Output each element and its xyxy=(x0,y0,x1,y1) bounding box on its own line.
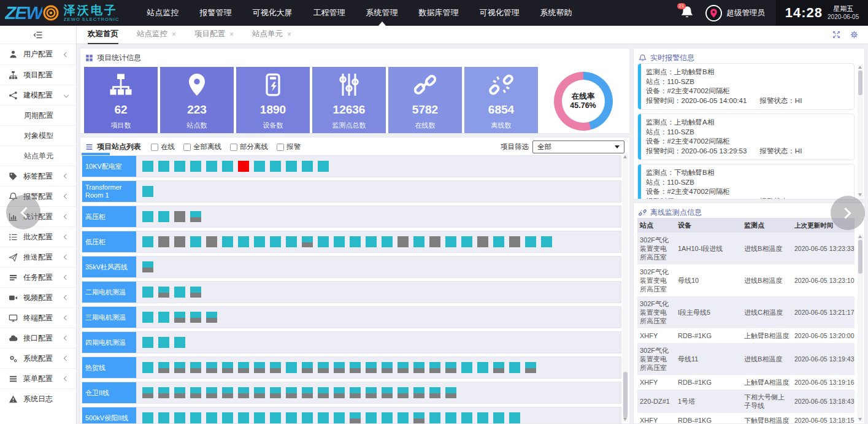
stat-card-2[interactable]: 1890 设备数 xyxy=(236,67,310,134)
sidebar-item-6[interactable]: 批次配置 xyxy=(0,226,76,247)
site-status-square[interactable] xyxy=(174,337,185,348)
site-status-square[interactable] xyxy=(382,362,393,373)
alarm-card[interactable]: 监测点：上动触臂A相 站点：110-SZB设备：#2主变47002间隔柜 报警时… xyxy=(637,114,855,160)
site-status-square[interactable] xyxy=(477,236,488,247)
filter-checkbox-2[interactable]: 部分离线 xyxy=(230,142,268,152)
site-status-square[interactable] xyxy=(318,236,329,247)
site-status-square[interactable] xyxy=(413,362,424,373)
site-status-square[interactable] xyxy=(318,362,329,373)
site-row-label[interactable]: Transformer Room 1 xyxy=(82,181,136,202)
site-status-square[interactable] xyxy=(254,362,265,373)
site-status-square[interactable] xyxy=(382,387,393,398)
site-status-square[interactable] xyxy=(158,337,169,348)
site-status-square[interactable] xyxy=(302,236,313,247)
sidebar-item-14[interactable]: 系统日志 xyxy=(0,388,76,409)
site-status-square[interactable] xyxy=(509,412,520,423)
site-status-square[interactable] xyxy=(429,236,440,247)
nav-item-7[interactable]: 系统帮助 xyxy=(530,0,583,26)
filter-checkbox-0[interactable]: 在线 xyxy=(151,142,175,152)
site-status-square[interactable] xyxy=(142,186,153,197)
site-status-square[interactable] xyxy=(366,362,377,373)
sidebar-item-1[interactable]: 项目配置 xyxy=(0,64,76,85)
site-status-square[interactable] xyxy=(206,412,217,423)
project-filter-select[interactable]: 全部 xyxy=(532,141,624,153)
notification-bell-icon[interactable]: 21 xyxy=(680,5,696,21)
site-status-square[interactable] xyxy=(509,362,520,373)
site-status-square[interactable] xyxy=(238,161,249,172)
site-status-square[interactable] xyxy=(286,412,297,423)
checkbox-icon[interactable] xyxy=(277,144,284,151)
site-status-square[interactable] xyxy=(509,236,520,247)
user-avatar[interactable] xyxy=(705,5,722,21)
offline-table-row[interactable]: XHFY RDB-#1KG 上触臂A相温度 2020-06-05 13:19:1… xyxy=(637,375,855,390)
site-status-square[interactable] xyxy=(445,236,456,247)
site-status-square[interactable] xyxy=(142,362,153,373)
site-status-square[interactable] xyxy=(190,412,201,423)
site-status-square[interactable] xyxy=(142,261,153,272)
site-status-square[interactable] xyxy=(461,236,472,247)
user-name[interactable]: 超级管理员 xyxy=(727,8,766,18)
site-status-square[interactable] xyxy=(461,362,472,373)
site-status-square[interactable] xyxy=(190,161,201,172)
site-status-square[interactable] xyxy=(190,236,201,247)
tab-close-icon[interactable]: × xyxy=(172,30,176,39)
site-status-square[interactable] xyxy=(142,312,153,323)
site-status-square[interactable] xyxy=(254,412,265,423)
site-status-square[interactable] xyxy=(350,362,361,373)
site-row-label[interactable]: 500kV侯阳II线 xyxy=(82,407,136,423)
site-status-square[interactable] xyxy=(334,412,345,423)
site-status-square[interactable] xyxy=(270,362,281,373)
site-status-square[interactable] xyxy=(190,312,201,323)
sidebar-collapse-button[interactable] xyxy=(0,26,76,44)
site-status-square[interactable] xyxy=(334,387,345,398)
site-status-square[interactable] xyxy=(413,236,424,247)
site-status-square[interactable] xyxy=(493,412,504,423)
site-status-square[interactable] xyxy=(382,412,393,423)
settings-gear-icon[interactable] xyxy=(850,31,858,39)
sidebar-item-10[interactable]: 终端配置 xyxy=(0,307,76,328)
checkbox-icon[interactable] xyxy=(183,144,191,151)
site-list-scrollbar[interactable] xyxy=(623,154,628,422)
site-status-square[interactable] xyxy=(222,236,233,247)
sidebar-item-3[interactable]: 标签配置 xyxy=(0,166,76,186)
stat-card-4[interactable]: 5782 在线数 xyxy=(388,67,462,134)
site-status-square[interactable] xyxy=(158,362,169,373)
site-status-square[interactable] xyxy=(270,387,281,398)
offline-table-row[interactable]: 220-DZ#1 1号塔 下相大号侧上子导线 2020-06-05 13:18:… xyxy=(637,390,855,413)
site-status-square[interactable] xyxy=(413,387,424,398)
nav-item-6[interactable]: 可视化管理 xyxy=(469,0,530,26)
offline-table-row[interactable]: XHFY RDB-#1KG 上触臂B相温度 2020-06-05 13:20:0… xyxy=(637,328,855,343)
site-status-square[interactable] xyxy=(286,161,297,172)
carousel-prev-button[interactable] xyxy=(6,195,40,229)
site-status-square[interactable] xyxy=(445,412,456,423)
site-status-square[interactable] xyxy=(174,362,185,373)
alarm-card[interactable]: 监测点：上动触臂B相 站点：110-SZB设备：#2主变47002间隔柜 报警时… xyxy=(637,63,855,110)
site-status-square[interactable] xyxy=(254,387,265,398)
site-status-square[interactable] xyxy=(222,362,233,373)
sidebar-item-7[interactable]: 推送配置 xyxy=(0,247,76,267)
site-status-square[interactable] xyxy=(174,161,185,172)
site-status-square[interactable] xyxy=(190,387,201,398)
site-status-square[interactable] xyxy=(366,412,377,423)
site-status-square[interactable] xyxy=(350,412,361,423)
site-status-square[interactable] xyxy=(190,287,201,298)
sidebar-item-12[interactable]: 系统配置 xyxy=(0,348,76,368)
site-status-square[interactable] xyxy=(158,236,169,247)
site-status-square[interactable] xyxy=(302,161,313,172)
alarm-card[interactable]: 监测点：下动触臂B相 站点：110-SZB设备：#2主变47002间隔柜 报警时… xyxy=(637,164,855,199)
site-status-square[interactable] xyxy=(206,312,217,323)
site-status-square[interactable] xyxy=(174,387,185,398)
site-status-square[interactable] xyxy=(461,412,472,423)
site-status-square[interactable] xyxy=(398,236,409,247)
site-status-square[interactable] xyxy=(398,412,409,423)
stat-card-0[interactable]: 62 项目数 xyxy=(84,67,158,134)
site-status-square[interactable] xyxy=(286,362,297,373)
site-row-label[interactable]: 三期电机测温 xyxy=(82,307,136,328)
filter-checkbox-1[interactable]: 全部离线 xyxy=(183,142,221,152)
site-status-square[interactable] xyxy=(445,387,456,398)
site-status-square[interactable] xyxy=(302,387,313,398)
site-status-square[interactable] xyxy=(238,236,249,247)
site-status-square[interactable] xyxy=(158,287,169,298)
site-status-square[interactable] xyxy=(302,412,313,423)
site-status-square[interactable] xyxy=(190,211,201,222)
